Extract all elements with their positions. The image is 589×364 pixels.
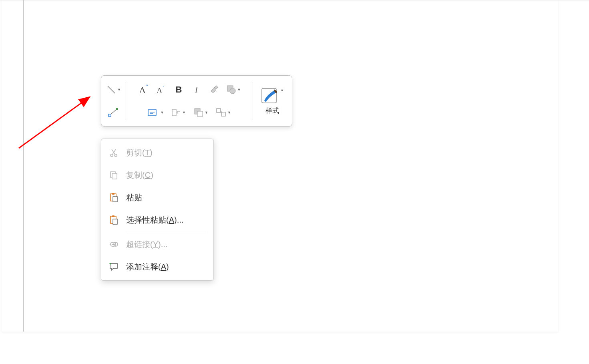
context-menu: 剪切(T) 复制(C) 粘贴 选择性粘贴(A)... 超链接(Y)... 添加注… [101, 139, 214, 281]
menu-cut: 剪切(T) [101, 141, 213, 164]
shape-fill-icon [226, 84, 237, 95]
menu-separator [125, 232, 206, 232]
svg-rect-34 [113, 219, 117, 224]
paste-icon [109, 192, 119, 203]
bring-forward-icon [193, 107, 204, 118]
align-icon [147, 107, 157, 118]
page-margin-line [23, 0, 24, 332]
svg-rect-31 [113, 197, 117, 202]
svg-text:^: ^ [146, 84, 148, 88]
shape-fill-button[interactable]: ▼ [225, 81, 243, 98]
connector-icon [107, 107, 119, 118]
text-alignment-button[interactable]: ▼ [145, 104, 166, 121]
toolbar-styles-col: ▼ 样式 [254, 77, 290, 125]
menu-paste-label: 粘贴 [126, 192, 142, 203]
chevron-down-icon: ▼ [161, 111, 164, 115]
svg-rect-33 [112, 215, 115, 217]
link-icon [109, 239, 119, 249]
toolbar-separator [125, 82, 125, 120]
text-wrap-icon [171, 107, 181, 118]
annotation-arrow [17, 92, 97, 156]
toolbar-shapes-col: ▼ [103, 77, 124, 125]
svg-rect-14 [148, 110, 156, 115]
svg-rect-30 [112, 193, 115, 195]
svg-rect-17 [172, 109, 176, 116]
svg-point-25 [111, 154, 113, 157]
menu-paste-special[interactable]: 选择性粘贴(A)... [101, 209, 213, 231]
menu-paste[interactable]: 粘贴 [101, 186, 213, 209]
chevron-down-icon: ▼ [117, 88, 121, 92]
svg-rect-3 [109, 114, 111, 117]
line-icon [106, 84, 117, 95]
menu-copy-label: 复制(C) [126, 170, 153, 181]
connector-shape-button[interactable] [106, 104, 121, 121]
mini-formatting-toolbar: ▼ A ^ [101, 75, 292, 127]
svg-line-2 [108, 86, 115, 93]
menu-hyperlink: 超链接(Y)... [101, 233, 213, 255]
copy-icon [109, 170, 119, 180]
bring-forward-button[interactable]: ▼ [191, 104, 210, 121]
font-increase-icon: A ^ [137, 84, 149, 96]
svg-point-13 [230, 88, 235, 94]
svg-line-4 [111, 110, 116, 114]
menu-cut-label: 剪切(T) [126, 147, 153, 158]
increase-font-button[interactable]: A ^ [136, 81, 151, 98]
svg-text:ˇ: ˇ [163, 85, 164, 89]
chevron-down-icon: ▼ [182, 111, 186, 115]
brush-icon [209, 84, 219, 95]
styles-label: 样式 [265, 106, 279, 115]
text-wrap-button[interactable]: ▼ [169, 104, 188, 121]
svg-text:A: A [157, 86, 163, 95]
comment-icon [109, 261, 119, 272]
menu-hyperlink-label: 超链接(Y)... [126, 239, 167, 250]
styles-icon [260, 87, 279, 105]
cut-icon [109, 147, 119, 158]
bold-button[interactable]: B [172, 81, 186, 98]
toolbar-format-col: A ^ A ˇ B I [126, 77, 252, 125]
svg-rect-21 [217, 109, 221, 113]
arrange-button[interactable]: ▼ [213, 104, 233, 121]
format-painter-button[interactable] [207, 81, 221, 98]
chevron-down-icon: ▼ [227, 111, 231, 115]
bold-icon: B [176, 84, 182, 95]
styles-button[interactable]: ▼ 样式 [257, 85, 287, 117]
line-shape-button[interactable]: ▼ [105, 81, 123, 98]
font-decrease-icon: A ˇ [156, 84, 167, 96]
toolbar-separator [253, 82, 253, 120]
italic-button[interactable]: I [189, 81, 204, 98]
svg-rect-20 [197, 111, 203, 117]
chevron-down-icon: ▼ [205, 111, 208, 115]
menu-add-comment-label: 添加注释(A) [126, 261, 169, 272]
page-top-edge [0, 0, 589, 0]
paste-special-icon [109, 215, 119, 225]
svg-point-26 [115, 154, 117, 157]
svg-line-1 [19, 97, 90, 148]
menu-copy: 复制(C) [101, 164, 213, 186]
decrease-font-button[interactable]: A ˇ [154, 81, 169, 98]
arrange-icon [215, 107, 227, 118]
italic-icon: I [195, 84, 198, 95]
menu-paste-special-label: 选择性粘贴(A)... [126, 215, 183, 225]
menu-add-comment[interactable]: 添加注释(A) [101, 255, 213, 278]
chevron-down-icon: ▼ [237, 88, 241, 92]
svg-rect-28 [112, 173, 117, 179]
svg-text:A: A [139, 85, 146, 95]
page-shadow [2, 0, 558, 332]
chevron-down-icon: ▼ [280, 88, 284, 93]
